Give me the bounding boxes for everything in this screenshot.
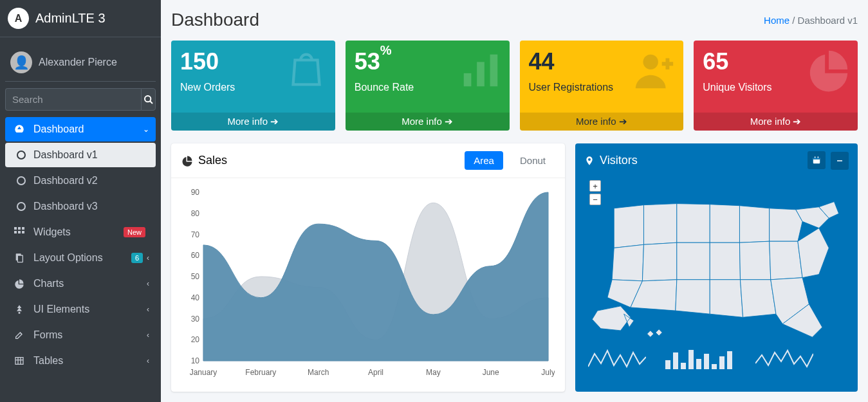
brand-text: AdminLTE 3 (35, 11, 106, 26)
copy-icon (12, 253, 27, 263)
sidebar-item-charts[interactable]: Charts ‹ (5, 271, 156, 296)
svg-point-0 (145, 96, 151, 102)
circle-icon (17, 202, 26, 211)
circle-icon (17, 176, 26, 185)
svg-rect-3 (18, 227, 21, 230)
circle-icon (17, 151, 26, 160)
usa-map[interactable] (584, 178, 849, 345)
sparkline-row (575, 347, 858, 369)
nav-label: Dashboard v3 (33, 201, 98, 212)
nav-label: Layout Options (33, 252, 131, 264)
stat-box-registrations: 44 User Registrations More info ➔ (520, 41, 684, 131)
more-info-link[interactable]: More info ➔ (520, 113, 684, 131)
sparkline-2 (665, 347, 736, 369)
bar-chart-icon (458, 47, 503, 102)
svg-rect-14 (463, 73, 471, 86)
new-badge: New (124, 227, 145, 237)
svg-text:80: 80 (191, 209, 200, 218)
sparkline-1 (588, 347, 646, 369)
more-info-link[interactable]: More info ➔ (171, 113, 335, 131)
more-info-link[interactable]: More info ➔ (346, 113, 510, 131)
tree-icon (12, 304, 27, 315)
visitors-card: Visitors + − (575, 143, 858, 392)
brand-logo-icon: A (8, 8, 29, 29)
map-marker-icon (584, 156, 595, 166)
tab-area[interactable]: Area (465, 151, 503, 170)
bag-icon (284, 47, 329, 102)
svg-rect-7 (22, 231, 24, 233)
sidebar-item-widgets[interactable]: Widgets New (5, 220, 156, 244)
arrow-circle-icon: ➔ (793, 116, 801, 127)
svg-text:10: 10 (191, 356, 200, 365)
pie-icon (806, 47, 851, 102)
svg-point-17 (643, 55, 658, 69)
count-badge: 6 (131, 253, 143, 263)
calendar-icon (812, 156, 821, 165)
arrow-circle-icon: ➔ (270, 116, 279, 127)
tab-donut[interactable]: Donut (511, 151, 555, 170)
svg-rect-2 (14, 227, 17, 230)
sidebar-item-dashboard-v2[interactable]: Dashboard v2 (5, 169, 156, 193)
svg-rect-9 (17, 255, 23, 262)
user-name: Alexander Pierce (39, 57, 117, 68)
edit-icon (12, 330, 27, 340)
chevron-left-icon: ‹ (147, 331, 149, 340)
page-title: Dashboard (171, 10, 259, 30)
svg-rect-6 (18, 231, 21, 233)
chevron-left-icon: ‹ (147, 305, 149, 314)
svg-rect-40 (673, 352, 678, 369)
svg-text:40: 40 (191, 293, 200, 302)
search-button[interactable] (141, 88, 156, 111)
svg-rect-10 (15, 358, 23, 365)
pie-chart-icon (181, 155, 193, 167)
calendar-button[interactable] (808, 151, 826, 169)
svg-rect-42 (688, 350, 694, 369)
brand-link[interactable]: A AdminLTE 3 (0, 0, 161, 37)
stat-box-orders: 150 New Orders More info ➔ (171, 41, 335, 131)
pie-chart-icon (12, 279, 27, 289)
sidebar-item-dashboard-v3[interactable]: Dashboard v3 (5, 194, 156, 219)
main-content: Dashboard Home / Dashboard v1 150 New Or… (161, 0, 868, 402)
chevron-down-icon: ⌄ (143, 125, 149, 134)
svg-rect-44 (704, 354, 709, 369)
svg-text:March: March (308, 368, 329, 377)
nav-label: Forms (33, 329, 147, 341)
avatar: 👤 (10, 51, 32, 73)
nav-label: Charts (33, 278, 147, 289)
nav-label: Dashboard v1 (33, 149, 98, 161)
search-input[interactable] (5, 88, 141, 111)
svg-rect-39 (665, 360, 670, 369)
nav-label: Dashboard (33, 123, 143, 135)
user-plus-icon (632, 47, 677, 102)
svg-text:50: 50 (191, 272, 200, 281)
svg-rect-41 (681, 363, 686, 369)
breadcrumb-home[interactable]: Home (764, 15, 790, 26)
sidebar-item-forms[interactable]: Forms ‹ (5, 323, 156, 347)
user-panel[interactable]: 👤 Alexander Pierce (5, 44, 156, 82)
tachometer-icon (12, 123, 27, 135)
minus-icon (836, 157, 844, 165)
sales-card: Sales Area Donut 102030405060708090Janua… (171, 143, 565, 392)
sidebar-item-dashboard-v1[interactable]: Dashboard v1 (5, 143, 156, 167)
zoom-out-button[interactable]: − (589, 194, 601, 205)
svg-rect-43 (696, 359, 701, 369)
sidebar-item-tables[interactable]: Tables ‹ (5, 349, 156, 373)
svg-text:20: 20 (191, 335, 200, 344)
svg-rect-45 (712, 364, 717, 369)
svg-rect-46 (719, 356, 725, 369)
more-info-link[interactable]: More info ➔ (694, 113, 858, 131)
sidebar-item-layout[interactable]: Layout Options 6 ‹ (5, 246, 156, 270)
nav-label: Tables (33, 355, 147, 367)
search-icon (143, 95, 154, 105)
table-icon (12, 356, 27, 366)
zoom-in-button[interactable]: + (589, 180, 601, 192)
svg-text:February: February (245, 368, 276, 377)
svg-text:May: May (426, 368, 441, 377)
svg-rect-16 (490, 55, 497, 87)
svg-text:January: January (190, 368, 217, 377)
svg-text:June: June (483, 368, 499, 377)
collapse-button[interactable] (831, 152, 849, 170)
svg-text:70: 70 (191, 230, 200, 239)
sidebar-item-dashboard[interactable]: Dashboard ⌄ (5, 117, 156, 142)
sidebar-item-ui[interactable]: UI Elements ‹ (5, 297, 156, 322)
